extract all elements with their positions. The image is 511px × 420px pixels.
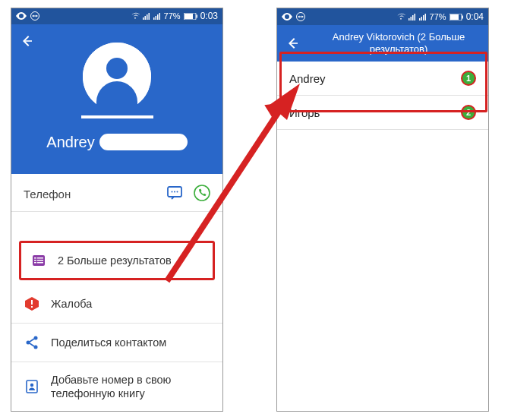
share-row[interactable]: Поделиться контактом bbox=[11, 324, 222, 362]
svg-rect-22 bbox=[34, 257, 36, 259]
phone-screen-left: 77% 0:03 Andrey Телефон bbox=[11, 8, 223, 412]
svg-rect-29 bbox=[31, 300, 33, 305]
svg-rect-2 bbox=[143, 17, 144, 20]
results-icon bbox=[30, 252, 47, 269]
svg-rect-45 bbox=[424, 14, 426, 21]
phone-screen-right: 77% 0:04 Andrey Viktorovich (2 Больше ре… bbox=[276, 8, 489, 412]
add-to-book-label: Добавьте номер в свою телефонную книгу bbox=[51, 373, 210, 400]
svg-rect-43 bbox=[421, 17, 422, 21]
warning-icon bbox=[24, 295, 40, 312]
result-badge: 1 bbox=[461, 71, 476, 86]
svg-rect-42 bbox=[419, 18, 421, 21]
results-header: Andrey Viktorovich (2 Больше результатов… bbox=[277, 25, 488, 62]
signal-icon bbox=[143, 13, 150, 20]
phone-section: Телефон bbox=[11, 174, 222, 211]
more-results-row[interactable]: 2 Больше результатов bbox=[24, 248, 210, 273]
call-icon[interactable] bbox=[194, 185, 210, 204]
svg-rect-6 bbox=[153, 17, 155, 20]
svg-rect-49 bbox=[289, 43, 298, 44]
svg-point-17 bbox=[172, 191, 173, 193]
result-name: Игорь bbox=[289, 106, 320, 119]
svg-rect-48 bbox=[462, 15, 463, 18]
status-bar: 77% 0:03 bbox=[11, 8, 222, 24]
svg-point-19 bbox=[177, 191, 178, 193]
results-header-title: Andrey Viktorovich (2 Больше результатов… bbox=[317, 31, 481, 55]
teamviewer-icon bbox=[30, 11, 39, 21]
svg-rect-44 bbox=[423, 15, 424, 21]
clock: 0:04 bbox=[466, 11, 484, 22]
more-results-label: 2 Больше результатов bbox=[58, 254, 172, 267]
svg-rect-9 bbox=[159, 13, 160, 20]
svg-rect-47 bbox=[450, 14, 459, 20]
wifi-icon bbox=[131, 12, 140, 20]
svg-point-35 bbox=[30, 384, 33, 387]
avatar bbox=[83, 43, 151, 111]
svg-point-0 bbox=[21, 15, 23, 17]
svg-point-15 bbox=[106, 58, 128, 79]
svg-rect-3 bbox=[144, 16, 146, 20]
svg-rect-39 bbox=[410, 17, 412, 21]
svg-point-36 bbox=[286, 16, 289, 18]
svg-rect-12 bbox=[196, 14, 197, 17]
wifi-icon bbox=[396, 13, 405, 21]
phone-section-label: Телефон bbox=[24, 188, 71, 201]
result-name: Andrey bbox=[289, 72, 326, 85]
battery-icon bbox=[184, 13, 197, 20]
svg-rect-5 bbox=[148, 13, 150, 20]
battery-percent: 77% bbox=[430, 12, 446, 21]
svg-rect-8 bbox=[157, 14, 159, 20]
signal-icon bbox=[408, 14, 416, 21]
eye-icon bbox=[282, 13, 292, 21]
svg-rect-26 bbox=[37, 260, 43, 261]
eye-icon bbox=[16, 12, 27, 20]
svg-rect-41 bbox=[414, 14, 415, 21]
more-results-highlight: 2 Больше результатов bbox=[19, 241, 215, 280]
contact-name: Andrey bbox=[46, 134, 94, 151]
redacted-line bbox=[81, 115, 153, 118]
signal-icon-2 bbox=[153, 13, 161, 20]
svg-point-20 bbox=[194, 185, 210, 201]
contacts-book-icon bbox=[24, 378, 40, 395]
svg-rect-30 bbox=[31, 306, 33, 308]
svg-rect-27 bbox=[37, 262, 43, 264]
svg-rect-25 bbox=[37, 257, 43, 259]
svg-rect-23 bbox=[34, 260, 36, 261]
message-icon[interactable] bbox=[166, 185, 183, 204]
result-badge: 2 bbox=[461, 105, 476, 120]
contact-header: Andrey bbox=[11, 24, 222, 175]
svg-rect-11 bbox=[185, 14, 193, 19]
back-button[interactable] bbox=[285, 31, 309, 55]
svg-point-18 bbox=[174, 191, 175, 193]
divider bbox=[277, 129, 488, 130]
svg-rect-38 bbox=[408, 18, 410, 21]
result-row[interactable]: Игорь 2 bbox=[277, 96, 488, 129]
battery-icon bbox=[449, 14, 463, 21]
complaint-row[interactable]: Жалоба bbox=[11, 285, 222, 323]
back-button[interactable] bbox=[19, 29, 43, 53]
share-icon bbox=[24, 334, 40, 351]
svg-rect-40 bbox=[412, 15, 414, 21]
svg-rect-7 bbox=[155, 16, 156, 20]
teamviewer-icon bbox=[296, 12, 305, 21]
svg-rect-13 bbox=[24, 40, 32, 42]
add-to-book-row[interactable]: Добавьте номер в свою телефонную книгу bbox=[11, 362, 222, 411]
contact-name-row: Andrey bbox=[46, 134, 187, 151]
svg-rect-4 bbox=[147, 14, 148, 20]
battery-percent: 77% bbox=[164, 11, 181, 21]
share-label: Поделиться контактом bbox=[51, 336, 166, 349]
status-bar: 77% 0:04 bbox=[277, 8, 488, 25]
svg-rect-24 bbox=[34, 262, 36, 264]
redacted-surname bbox=[99, 134, 188, 150]
clock: 0:03 bbox=[200, 11, 218, 21]
result-row[interactable]: Andrey 1 bbox=[277, 62, 488, 95]
complaint-label: Жалоба bbox=[51, 298, 92, 310]
signal-icon-2 bbox=[419, 14, 427, 21]
